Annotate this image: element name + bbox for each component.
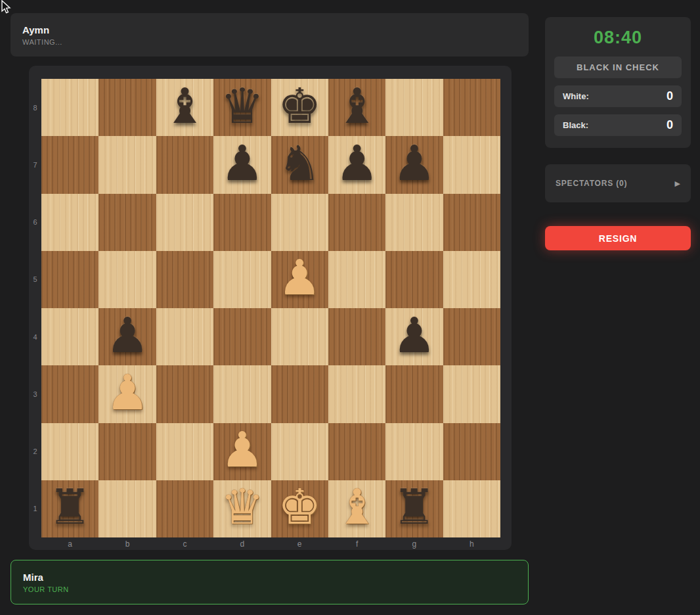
board-square-e4[interactable] — [271, 308, 328, 365]
board-square-g6[interactable] — [385, 194, 443, 251]
board-square-f8[interactable]: ♝ — [328, 79, 385, 136]
board-square-h5[interactable] — [443, 251, 500, 308]
board-square-h1[interactable] — [443, 480, 500, 537]
board-square-f5[interactable] — [328, 251, 385, 308]
file-label-f: f — [328, 539, 385, 549]
board-square-a7[interactable] — [41, 136, 98, 193]
board-square-b1[interactable] — [98, 480, 156, 537]
board-square-a4[interactable] — [41, 308, 98, 365]
board-square-b5[interactable] — [98, 251, 156, 308]
board-square-g8[interactable] — [385, 79, 443, 136]
board-square-c8[interactable]: ♝ — [156, 79, 213, 136]
board-square-b8[interactable] — [98, 79, 156, 136]
board-square-h8[interactable] — [443, 79, 500, 136]
board-square-c5[interactable] — [156, 251, 213, 308]
board-square-h4[interactable] — [443, 308, 500, 365]
board-square-e8[interactable]: ♚ — [271, 79, 328, 136]
board-square-a6[interactable] — [41, 194, 98, 251]
board-square-f1[interactable]: ♝ — [328, 480, 385, 537]
board-square-g5[interactable] — [385, 251, 443, 308]
chess-board: ♝♛♚♝♟♞♟♟♟♟♟♟♟♜♛♚♝♜ — [41, 79, 500, 537]
rank-label-7: 7 — [29, 136, 41, 193]
piece-white-queen-d1[interactable]: ♛ — [221, 482, 264, 531]
board-square-a3[interactable] — [41, 365, 98, 422]
board-square-f3[interactable] — [328, 365, 385, 422]
board-square-a8[interactable] — [41, 79, 98, 136]
resign-button[interactable]: RESIGN — [545, 226, 691, 250]
board-square-c1[interactable] — [156, 480, 213, 537]
board-square-f4[interactable] — [328, 308, 385, 365]
board-square-g4[interactable]: ♟ — [385, 308, 443, 365]
piece-black-pawn-b4[interactable]: ♟ — [106, 311, 149, 359]
spectators-panel[interactable]: SPECTATORS (0) ▶ — [545, 164, 691, 202]
board-square-a1[interactable]: ♜ — [41, 480, 98, 537]
piece-black-pawn-g4[interactable]: ♟ — [393, 311, 436, 359]
file-label-h: h — [443, 539, 500, 549]
board-square-d8[interactable]: ♛ — [213, 79, 271, 136]
board-square-d3[interactable] — [213, 365, 271, 422]
piece-black-pawn-g7[interactable]: ♟ — [393, 139, 436, 187]
piece-black-rook-g1[interactable]: ♜ — [393, 482, 436, 531]
piece-black-knight-e7[interactable]: ♞ — [278, 139, 321, 187]
board-square-e6[interactable] — [271, 194, 328, 251]
board-square-f2[interactable] — [328, 423, 385, 480]
piece-white-king-e1[interactable]: ♚ — [278, 482, 321, 531]
board-square-c6[interactable] — [156, 194, 213, 251]
piece-black-king-e8[interactable]: ♚ — [278, 81, 321, 130]
board-square-h3[interactable] — [443, 365, 500, 422]
board-square-e5[interactable]: ♟ — [271, 251, 328, 308]
board-square-h2[interactable] — [443, 423, 500, 480]
rank-label-5: 5 — [29, 251, 41, 308]
board-square-f6[interactable] — [328, 194, 385, 251]
board-square-g2[interactable] — [385, 423, 443, 480]
board-square-b7[interactable] — [98, 136, 156, 193]
game-info-panel: 08:40 BLACK IN CHECK White: 0 Black: 0 — [545, 17, 691, 148]
black-score-label: Black: — [563, 120, 588, 130]
board-square-c2[interactable] — [156, 423, 213, 480]
piece-black-pawn-f7[interactable]: ♟ — [335, 139, 378, 187]
board-square-e2[interactable] — [271, 423, 328, 480]
piece-white-pawn-d2[interactable]: ♟ — [221, 425, 264, 474]
board-square-b6[interactable] — [98, 194, 156, 251]
board-square-d6[interactable] — [213, 194, 271, 251]
board-square-c4[interactable] — [156, 308, 213, 365]
board-square-b3[interactable]: ♟ — [98, 365, 156, 422]
piece-black-bishop-c8[interactable]: ♝ — [163, 81, 206, 130]
expand-arrow-icon[interactable]: ▶ — [675, 179, 680, 188]
piece-white-pawn-b3[interactable]: ♟ — [106, 368, 149, 417]
board-square-e1[interactable]: ♚ — [271, 480, 328, 537]
board-square-b2[interactable] — [98, 423, 156, 480]
piece-black-bishop-f8[interactable]: ♝ — [335, 81, 378, 130]
piece-white-bishop-f1[interactable]: ♝ — [335, 482, 378, 531]
piece-black-pawn-d7[interactable]: ♟ — [221, 139, 264, 187]
board-square-g3[interactable] — [385, 365, 443, 422]
board-square-h6[interactable] — [443, 194, 500, 251]
opponent-name: Aymn — [22, 24, 517, 35]
player-status: YOUR TURN — [23, 585, 516, 593]
board-square-d4[interactable] — [213, 308, 271, 365]
board-square-d7[interactable]: ♟ — [213, 136, 271, 193]
rank-labels: 87654321 — [29, 79, 41, 537]
white-score-value: 0 — [667, 89, 673, 103]
board-square-c7[interactable] — [156, 136, 213, 193]
board-square-d5[interactable] — [213, 251, 271, 308]
board-square-g1[interactable]: ♜ — [385, 480, 443, 537]
board-square-f7[interactable]: ♟ — [328, 136, 385, 193]
board-square-d1[interactable]: ♛ — [213, 480, 271, 537]
board-square-e3[interactable] — [271, 365, 328, 422]
board-square-g7[interactable]: ♟ — [385, 136, 443, 193]
rank-label-3: 3 — [29, 365, 41, 422]
board-square-c3[interactable] — [156, 365, 213, 422]
piece-black-queen-d8[interactable]: ♛ — [221, 81, 264, 130]
piece-white-pawn-e5[interactable]: ♟ — [278, 253, 321, 302]
player-card: Mira YOUR TURN — [11, 560, 529, 604]
board-square-a5[interactable] — [41, 251, 98, 308]
rank-label-6: 6 — [29, 194, 41, 251]
board-square-d2[interactable]: ♟ — [213, 423, 271, 480]
board-square-h7[interactable] — [443, 136, 500, 193]
board-square-b4[interactable]: ♟ — [98, 308, 156, 365]
board-square-e7[interactable]: ♞ — [271, 136, 328, 193]
board-square-a2[interactable] — [41, 423, 98, 480]
spectators-label: SPECTATORS (0) — [556, 179, 627, 188]
piece-black-rook-a1[interactable]: ♜ — [49, 482, 92, 531]
